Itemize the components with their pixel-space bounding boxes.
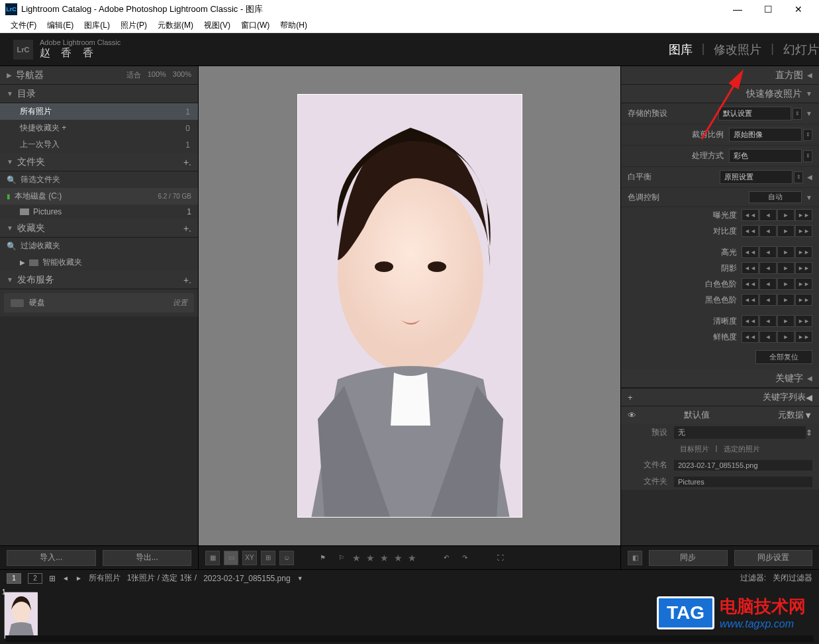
maximize-button[interactable]: ☐ [753, 4, 783, 15]
dropdown-icon[interactable]: ⇕ [803, 150, 812, 162]
add-folder-icon[interactable]: +. [183, 157, 191, 167]
decrease-large-button[interactable]: ◄◄ [742, 294, 759, 306]
decrease-large-button[interactable]: ◄◄ [742, 209, 759, 221]
increase-large-button[interactable]: ►► [795, 278, 812, 290]
grid-icon[interactable]: ⊞ [49, 574, 56, 583]
auto-tone-button[interactable]: 自动 [749, 191, 802, 203]
sync-button[interactable]: 同步 [649, 550, 728, 566]
quick-develop-header[interactable]: 快速修改照片▼ [621, 85, 819, 103]
disclosure-icon[interactable]: ◀ [807, 173, 812, 181]
wb-select[interactable]: 原照设置 [720, 170, 793, 184]
rating-stars[interactable]: ★ ★ ★ ★ ★ [352, 553, 418, 563]
slideshow-icon[interactable]: ⛶ [493, 551, 508, 565]
reset-all-button[interactable]: 全部复位 [755, 350, 812, 364]
increase-button[interactable]: ► [777, 246, 795, 258]
zoom-fit[interactable]: 适合 [126, 70, 141, 80]
menu-edit[interactable]: 编辑(E) [42, 20, 79, 31]
crop-select[interactable]: 原始图像 [729, 128, 802, 142]
add-publish-icon[interactable]: +. [183, 275, 191, 285]
decrease-button[interactable]: ◄ [759, 294, 777, 306]
metadata-set-select[interactable]: 默认值 [684, 409, 730, 421]
zoom-100[interactable]: 100% [148, 70, 166, 80]
sync-toggle-icon[interactable]: ◧ [628, 551, 642, 565]
increase-button[interactable]: ► [777, 225, 795, 237]
catalog-header[interactable]: ▼ 目录 [0, 85, 198, 103]
folders-header[interactable]: ▼ 文件夹 +. [0, 153, 198, 171]
increase-large-button[interactable]: ►► [795, 294, 812, 306]
dropdown-icon[interactable]: ⇕ [794, 171, 803, 183]
increase-button[interactable]: ► [777, 209, 795, 221]
module-slideshow[interactable]: 幻灯片 [783, 42, 819, 58]
grid-view-icon[interactable]: ▦ [205, 551, 220, 565]
flag-pick-icon[interactable]: ⚑ [315, 551, 330, 565]
menu-photo[interactable]: 照片(P) [115, 20, 152, 31]
keywording-header[interactable]: 关键字◀ [621, 369, 819, 388]
menu-help[interactable]: 帮助(H) [275, 20, 313, 31]
decrease-button[interactable]: ◄ [759, 246, 777, 258]
collection-filter[interactable]: 🔍 过滤收藏夹 [0, 238, 198, 254]
decrease-large-button[interactable]: ◄◄ [742, 225, 759, 237]
eye-icon[interactable]: 👁 [628, 410, 636, 420]
image-viewer[interactable] [199, 66, 620, 545]
folder-filter[interactable]: 🔍 筛选文件夹 [0, 171, 198, 188]
module-library[interactable]: 图库 [669, 42, 693, 58]
metadata-tab-selected[interactable]: 选定的照片 [724, 444, 760, 454]
zoom-300[interactable]: 300% [173, 70, 191, 80]
increase-button[interactable]: ► [777, 315, 795, 327]
breadcrumb-source[interactable]: 所有照片 [89, 573, 120, 584]
dropdown-icon[interactable]: ⇕ [793, 108, 802, 120]
catalog-previous-import[interactable]: 上一次导入1 [0, 136, 198, 153]
publish-header[interactable]: ▼ 发布服务 +. [0, 271, 198, 289]
chevron-down-icon[interactable]: ▼ [297, 575, 303, 582]
filename-value[interactable]: 2023-02-17_085155.png [674, 460, 812, 471]
smart-collection-row[interactable]: ▶ 智能收藏夹 [0, 254, 198, 271]
disclosure-icon[interactable]: ▼ [806, 110, 812, 117]
decrease-large-button[interactable]: ◄◄ [742, 278, 759, 290]
minimize-button[interactable]: — [722, 4, 753, 15]
decrease-button[interactable]: ◄ [759, 225, 777, 237]
catalog-all-photos[interactable]: 所有照片1 [0, 103, 198, 120]
preset-select[interactable]: 默认设置 [718, 107, 791, 120]
dropdown-icon[interactable]: ⇕ [803, 129, 812, 141]
metadata-header[interactable]: 👁 默认值 元数据▼ [621, 406, 819, 424]
menu-metadata[interactable]: 元数据(M) [152, 20, 199, 31]
sync-settings-button[interactable]: 同步设置 [734, 550, 813, 566]
flag-reject-icon[interactable]: ⚐ [334, 551, 348, 565]
folder-row[interactable]: Pictures 1 [0, 205, 198, 219]
metadata-preset-select[interactable]: 无 [674, 426, 806, 439]
filmstrip-scrollbar[interactable] [5, 635, 814, 642]
metadata-tab-target[interactable]: 目标照片 [680, 444, 709, 454]
increase-button[interactable]: ► [777, 262, 795, 274]
folder-value[interactable]: Pictures [674, 477, 812, 487]
decrease-large-button[interactable]: ◄◄ [742, 246, 759, 258]
publish-hdd[interactable]: 硬盘 设置 [4, 293, 194, 312]
export-button[interactable]: 导出... [103, 550, 192, 566]
decrease-large-button[interactable]: ◄◄ [742, 262, 759, 274]
decrease-button[interactable]: ◄ [759, 278, 777, 290]
drive-row[interactable]: ▮ 本地磁盘 (C:) 6.2 / 70 GB [0, 188, 198, 205]
navigator-header[interactable]: ▶ 导航器 适合 100% 300% [0, 66, 198, 85]
people-view-icon[interactable]: ☺ [279, 551, 294, 565]
forward-icon[interactable]: ► [75, 575, 82, 582]
menu-library[interactable]: 图库(L) [79, 20, 115, 31]
decrease-button[interactable]: ◄ [759, 209, 777, 221]
secondary-monitor-button[interactable]: 2 [28, 573, 42, 584]
menu-view[interactable]: 视图(V) [199, 20, 236, 31]
add-keyword-icon[interactable]: + [628, 392, 633, 402]
primary-monitor-button[interactable]: 1 [7, 573, 21, 584]
survey-view-icon[interactable]: ⊞ [261, 551, 275, 565]
collections-header[interactable]: ▼ 收藏夹 +. [0, 219, 198, 238]
increase-large-button[interactable]: ►► [795, 225, 812, 237]
increase-large-button[interactable]: ►► [795, 209, 812, 221]
back-icon[interactable]: ◄ [62, 575, 69, 582]
decrease-button[interactable]: ◄ [759, 331, 777, 343]
increase-button[interactable]: ► [777, 331, 795, 343]
catalog-quick-collection[interactable]: 快捷收藏夹 +0 [0, 120, 198, 136]
increase-button[interactable]: ► [777, 294, 795, 306]
import-button[interactable]: 导入... [7, 550, 96, 566]
menu-window[interactable]: 窗口(W) [236, 20, 275, 31]
decrease-large-button[interactable]: ◄◄ [742, 331, 759, 343]
close-button[interactable]: ✕ [783, 4, 814, 15]
decrease-button[interactable]: ◄ [759, 262, 777, 274]
module-develop[interactable]: 修改照片 [714, 42, 761, 58]
